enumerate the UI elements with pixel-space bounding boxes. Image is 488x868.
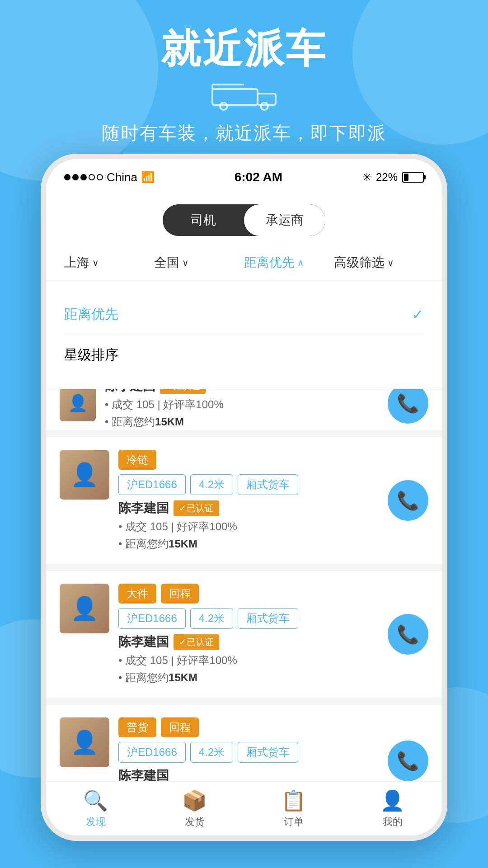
filter-bar: 上海 ∨ 全国 ∨ 距离优先 ∧ 高级筛选 ∨ bbox=[46, 245, 442, 281]
plate-type-4: 厢式货车 bbox=[238, 742, 298, 763]
toggle-section: 司机 承运商 bbox=[46, 195, 442, 245]
tag-general: 普货 bbox=[118, 717, 156, 737]
driver-name-2: 陈李建国 bbox=[118, 500, 169, 517]
driver-distance-3: • 距离您约15KM bbox=[118, 670, 379, 685]
driver-stats-1: • 成交 105 | 好评率100% bbox=[105, 397, 379, 412]
nav-profile[interactable]: 👤 我的 bbox=[343, 789, 442, 829]
tags-row-4: 普货 回程 bbox=[118, 717, 379, 737]
chevron-down-icon: ∨ bbox=[387, 257, 394, 268]
avatar-3: 👤 bbox=[60, 584, 109, 633]
signal-icon bbox=[64, 174, 103, 180]
call-button-1[interactable]: 📞 bbox=[388, 389, 428, 424]
dropdown-item-star[interactable]: 星级排序 bbox=[64, 335, 424, 375]
avatar-face-1: 👤 bbox=[60, 389, 96, 421]
nav-label-ship: 发货 bbox=[185, 815, 205, 829]
chevron-down-icon: ∨ bbox=[182, 257, 189, 268]
phone-icon-3: 📞 bbox=[397, 624, 419, 645]
tag-return-3: 回程 bbox=[161, 584, 199, 604]
battery-percent: 22% bbox=[376, 171, 398, 184]
filter-scope[interactable]: 全国 ∨ bbox=[154, 254, 244, 271]
plate-number-3: 沪ED1666 bbox=[118, 608, 186, 629]
carrier-label: China bbox=[107, 170, 137, 184]
phone-icon-1: 📞 bbox=[397, 393, 419, 414]
tags-row-3: 大件 回程 bbox=[118, 584, 379, 604]
phone-inner: China 📶 6:02 AM ✳ 22% 司机 承运商 上海 ∨ bbox=[46, 159, 442, 835]
driver-name-1: 陈李建国 bbox=[105, 389, 155, 395]
plate-number-4: 沪ED1666 bbox=[118, 742, 186, 763]
call-button-4[interactable]: 📞 bbox=[388, 741, 428, 781]
nav-label-discover: 发现 bbox=[86, 815, 106, 829]
dropdown-item-distance[interactable]: 距离优先 ✓ bbox=[64, 294, 424, 335]
bluetooth-icon: ✳ bbox=[362, 171, 371, 184]
status-bar: China 📶 6:02 AM ✳ 22% bbox=[46, 159, 442, 195]
filter-advanced[interactable]: 高级筛选 ∨ bbox=[334, 254, 424, 271]
app-subtitle: 随时有车装，就近派车，即下即派 bbox=[0, 121, 488, 146]
driver-list: 👤 陈李建国 ✓已认证 • 成交 105 | 好评率100% • 距离您约15K… bbox=[46, 389, 442, 824]
nav-label-profile: 我的 bbox=[383, 815, 403, 829]
check-icon: ✓ bbox=[412, 306, 424, 323]
sort-dropdown: 距离优先 ✓ 星级排序 bbox=[46, 281, 442, 389]
bottom-nav: 🔍 发现 📦 发货 📋 订单 👤 我的 bbox=[46, 781, 442, 835]
driver-info-2: 冷链 沪ED1666 4.2米 厢式货车 陈李建国 ✓已认证 • 成交 105 … bbox=[118, 450, 379, 551]
status-left: China 📶 bbox=[64, 170, 155, 184]
nav-ship[interactable]: 📦 发货 bbox=[145, 789, 244, 829]
phone-frame: China 📶 6:02 AM ✳ 22% 司机 承运商 上海 ∨ bbox=[41, 154, 447, 841]
ship-icon: 📦 bbox=[182, 789, 207, 812]
tag-return-4: 回程 bbox=[161, 717, 199, 737]
phone-icon-4: 📞 bbox=[397, 750, 419, 772]
header-section: 就近派车 随时有车装，就近派车，即下即派 bbox=[0, 27, 488, 146]
plate-row-3: 沪ED1666 4.2米 厢式货车 bbox=[118, 608, 379, 629]
certified-badge-2: ✓已认证 bbox=[174, 500, 219, 516]
profile-icon: 👤 bbox=[380, 789, 405, 812]
nav-discover[interactable]: 🔍 发现 bbox=[46, 789, 145, 829]
driver-card-2: 👤 冷链 沪ED1666 4.2米 厢式货车 陈李建国 ✓已认证 bbox=[46, 437, 442, 564]
nav-label-order: 订单 bbox=[284, 815, 304, 829]
plate-row-2: 沪ED1666 4.2米 厢式货车 bbox=[118, 474, 379, 495]
filter-location[interactable]: 上海 ∨ bbox=[64, 254, 154, 271]
discover-icon: 🔍 bbox=[83, 789, 108, 812]
chevron-up-icon: ∧ bbox=[297, 257, 304, 268]
tags-row-2: 冷链 bbox=[118, 450, 379, 470]
call-button-3[interactable]: 📞 bbox=[388, 614, 428, 655]
wifi-icon: 📶 bbox=[141, 171, 155, 184]
driver-info-1: 陈李建国 ✓已认证 • 成交 105 | 好评率100% • 距离您约15KM bbox=[105, 389, 379, 429]
tag-bulk: 大件 bbox=[118, 584, 156, 604]
nav-order[interactable]: 📋 订单 bbox=[244, 789, 343, 829]
svg-rect-0 bbox=[212, 89, 258, 105]
filter-sort[interactable]: 距离优先 ∧ bbox=[244, 254, 334, 271]
certified-badge-3: ✓已认证 bbox=[174, 634, 219, 650]
avatar-1: 👤 bbox=[60, 389, 96, 421]
svg-point-4 bbox=[220, 103, 227, 110]
driver-card-3: 👤 大件 回程 沪ED1666 4.2米 厢式货车 陈李建国 ✓已认证 bbox=[46, 571, 442, 698]
svg-point-5 bbox=[261, 103, 268, 110]
avatar-face-2: 👤 bbox=[60, 450, 109, 500]
status-right: ✳ 22% bbox=[362, 171, 424, 184]
toggle-tabs: 司机 承运商 bbox=[163, 204, 325, 236]
status-time: 6:02 AM bbox=[235, 170, 282, 184]
tag-cold-chain: 冷链 bbox=[118, 450, 156, 470]
driver-distance-1: • 距离您约15KM bbox=[105, 415, 379, 429]
driver-stats-2: • 成交 105 | 好评率100% bbox=[118, 519, 379, 534]
avatar-4: 👤 bbox=[60, 717, 109, 767]
driver-distance-2: • 距离您约15KM bbox=[118, 537, 379, 551]
plate-type-3: 厢式货车 bbox=[238, 608, 298, 629]
tab-driver[interactable]: 司机 bbox=[163, 204, 244, 236]
chevron-down-icon: ∨ bbox=[92, 257, 99, 268]
plate-size-3: 4.2米 bbox=[190, 608, 233, 629]
plate-size-4: 4.2米 bbox=[190, 742, 233, 763]
plate-type-2: 厢式货车 bbox=[238, 474, 298, 495]
plate-size-2: 4.2米 bbox=[190, 474, 233, 495]
plate-number-2: 沪ED1666 bbox=[118, 474, 186, 495]
battery-icon bbox=[402, 172, 424, 183]
driver-stats-3: • 成交 105 | 好评率100% bbox=[118, 653, 379, 668]
certified-badge-1: ✓已认证 bbox=[160, 389, 206, 394]
call-button-2[interactable]: 📞 bbox=[388, 480, 428, 521]
avatar-2: 👤 bbox=[60, 450, 109, 500]
truck-icon bbox=[0, 80, 488, 112]
tab-carrier[interactable]: 承运商 bbox=[244, 204, 325, 236]
avatar-face-4: 👤 bbox=[60, 717, 109, 767]
driver-info-3: 大件 回程 沪ED1666 4.2米 厢式货车 陈李建国 ✓已认证 • 成交 1… bbox=[118, 584, 379, 685]
driver-name-3: 陈李建国 bbox=[118, 633, 169, 651]
driver-card-1: 👤 陈李建国 ✓已认证 • 成交 105 | 好评率100% • 距离您约15K… bbox=[46, 389, 442, 430]
avatar-face-3: 👤 bbox=[60, 584, 109, 633]
